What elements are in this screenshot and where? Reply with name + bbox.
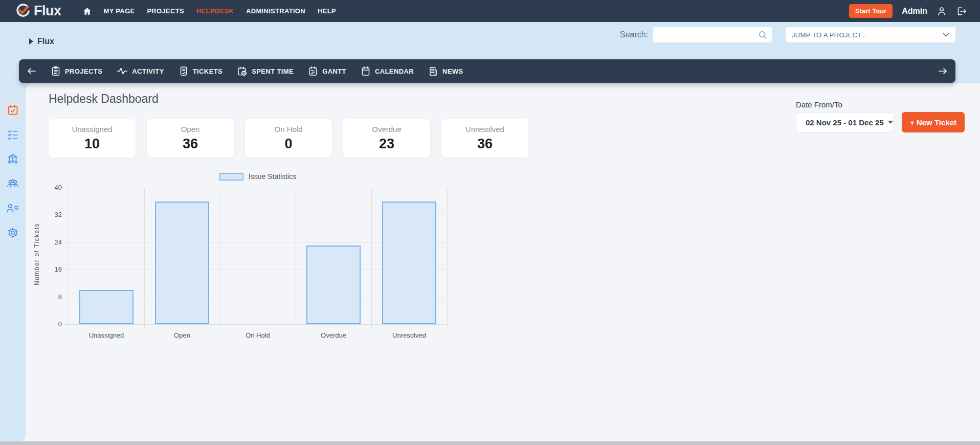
spent-time-icon [237,66,248,76]
tickets-icon [179,66,189,76]
toolbar-label-activity: ACTIVITY [132,68,164,75]
jump-to-project-select[interactable]: JUMP TO A PROJECT... [786,27,955,42]
icon-sidebar [0,83,26,441]
x-category-label: Overdue [296,331,371,339]
issue-statistics-chart: 0816243240UnassignedOpenOn HoldOverdueUn… [69,188,447,324]
sidebar-item-helpdesk-dashboard[interactable] [4,101,22,119]
chart-legend: Issue Statistics [69,172,447,181]
gridline-v [69,188,69,329]
nav-administration[interactable]: ADMINISTRATION [246,7,305,15]
card-label: On Hold [274,125,302,134]
toolbar-item-calendar[interactable]: CALENDAR [361,66,414,76]
gantt-icon [308,66,318,76]
sidebar-item-settings[interactable] [4,224,22,242]
toolbar-item-gantt[interactable]: GANTT [308,66,346,76]
search-icon [758,30,768,40]
y-tick-label: 0 [47,320,62,328]
card-overdue: Overdue 23 [343,119,430,158]
bar-overdue [306,246,361,324]
y-tick-label: 40 [47,184,62,191]
search-box [653,27,772,42]
toolbar-item-tickets[interactable]: TICKETS [179,66,222,76]
chart-ylabel: Number of Tickets [33,198,40,310]
toolbar-label-gantt: GANTT [322,68,346,75]
bar-unresolved [382,202,436,324]
gridline-h [64,188,447,188]
scroll-right-icon[interactable] [938,68,947,75]
x-category-label: Unassigned [69,331,144,339]
home-icon[interactable] [83,7,92,15]
toolbar-item-spent-time[interactable]: SPENT TIME [237,66,294,76]
sidebar-item-hub[interactable] [4,150,22,168]
settings-icon [7,227,19,239]
gridline-v [144,188,145,329]
search-label: Search: [620,30,648,39]
news-icon [428,66,438,76]
card-unassigned: Unassigned 10 [49,119,136,158]
top-navigation-bar: Flux MY PAGE PROJECTS HELPDESK ADMINISTR… [0,0,980,22]
card-label: Overdue [372,125,402,134]
projects-icon [51,66,61,76]
sidebar-item-groups[interactable] [4,174,22,193]
nav-helpdesk[interactable]: HELPDESK [196,7,234,15]
scroll-left-icon[interactable] [27,68,36,75]
toolbar-item-projects[interactable]: PROJECTS [51,66,102,76]
nav-projects[interactable]: PROJECTS [147,7,184,15]
card-open: Open 36 [147,119,234,158]
tasks-icon [7,128,19,141]
hub-icon [7,153,19,165]
toolbar-label-news: NEWS [442,68,463,75]
card-on-hold: On Hold 0 [245,119,332,158]
start-tour-button[interactable]: Start Tour [849,4,893,18]
activity-icon [117,66,128,76]
legend-label: Issue Statistics [249,172,296,181]
card-value: 36 [183,136,198,152]
jump-to-project-value: JUMP TO A PROJECT... [792,31,943,39]
new-ticket-button[interactable]: + New Ticket [902,112,965,132]
x-category-label: Open [144,331,220,339]
horizontal-scrollbar[interactable] [0,441,980,445]
date-range-value: 02 Nov 25 - 01 Dec 25 [806,118,884,127]
main-nav: MY PAGE PROJECTS HELPDESK ADMINISTRATION… [83,7,336,15]
card-value: 23 [379,136,394,152]
nav-my-page[interactable]: MY PAGE [104,7,135,15]
legend-swatch [219,173,243,181]
current-user[interactable]: Admin [902,7,927,16]
y-tick-label: 8 [47,293,62,301]
helpdesk-dashboard-icon [7,104,19,116]
gridline-v [220,188,220,329]
contacts-icon [6,202,19,214]
toolbar-label-projects: PROJECTS [65,68,102,75]
card-value: 10 [84,136,100,152]
nav-help[interactable]: HELP [318,7,336,15]
x-category-label: Unresolved [371,331,447,339]
x-category-label: On Hold [220,331,296,339]
sidebar-item-tasks[interactable] [4,125,22,144]
toolbar-item-news[interactable]: NEWS [428,66,463,76]
toolbar-label-calendar: CALENDAR [375,68,414,75]
flux-logo[interactable]: Flux [15,3,61,19]
y-tick-label: 16 [47,265,62,273]
breadcrumb[interactable]: Flux [29,37,54,46]
chevron-down-icon [943,33,949,37]
y-tick-label: 24 [47,238,62,246]
date-range-picker[interactable]: 02 Nov 25 - 01 Dec 25 [796,112,894,132]
toolbar-label-spent-time: SPENT TIME [252,68,294,75]
page-title: Helpdesk Dashboard [49,92,159,106]
gridline-v [296,188,296,329]
bar-unassigned [79,290,133,324]
logout-icon[interactable] [956,6,967,16]
card-label: Unresolved [465,125,504,134]
logo-text: Flux [34,3,61,19]
chart-ylabel-wrap: Number of Tickets [31,188,43,324]
module-toolbar: PROJECTS ACTIVITY TICKETS SPENT TIME [19,59,955,83]
user-icon[interactable] [937,6,947,16]
card-label: Open [181,125,200,134]
flux-logo-icon [15,4,31,19]
search-input[interactable] [657,31,758,39]
breadcrumb-caret-icon [29,38,33,44]
main-content: Helpdesk Dashboard Date From/To 02 Nov 2… [26,83,980,441]
breadcrumb-label: Flux [37,37,54,46]
toolbar-item-activity[interactable]: ACTIVITY [117,66,164,76]
sidebar-item-contacts[interactable] [4,199,22,217]
